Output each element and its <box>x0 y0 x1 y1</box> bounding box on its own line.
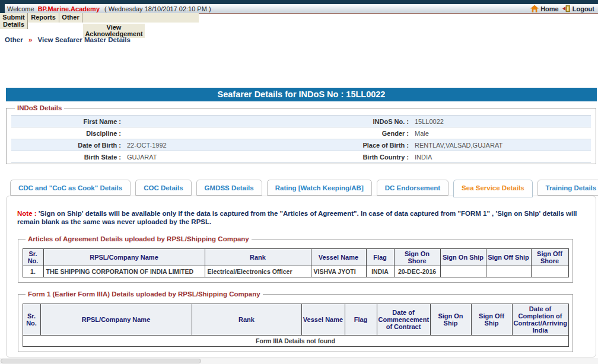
table-cell: THE SHIPPING CORPORATION OF INDIA LIMITE… <box>43 266 205 277</box>
field-label: Gender : <box>296 130 409 137</box>
table-row: Form IIIA Details not found <box>23 336 568 347</box>
column-header: Sign On Shore <box>394 249 440 266</box>
indos-details-rows: First Name :INDoS No. :15LL0022Disciplin… <box>11 115 591 163</box>
breadcrumb: Other » View Seafarer Master Details <box>5 36 131 43</box>
field-label: INDoS No. : <box>296 118 409 125</box>
table-header-row: Sr. No.RPSL/Company NameRankVessel NameF… <box>23 249 568 266</box>
menu-item-reports[interactable]: Reports <box>28 13 59 23</box>
field-value: GUJARAT <box>121 154 296 161</box>
form1-table: Sr. No.RPSL/Company NameRankVessel NameF… <box>23 304 569 347</box>
field-label: Birth Country : <box>296 154 409 161</box>
column-header: Vessel Name <box>311 249 366 266</box>
tab-gmdss-details[interactable]: GMDSS Details <box>196 180 262 196</box>
table-cell: INDIA <box>366 266 394 277</box>
logout-label: Logout <box>572 5 594 12</box>
indos-row: Birth State :GUJARATBirth Country :INDIA <box>11 151 591 163</box>
banner-fragment <box>0 4 5 14</box>
breadcrumb-page: View Seafarer Master Details <box>37 36 130 43</box>
indos-row: Date of Birth :22-OCT-1992Place of Birth… <box>11 139 591 151</box>
table-cell: Electrical/Electronics Officer <box>205 266 311 277</box>
tab-dc-endorsement[interactable]: DC Endorsement <box>377 180 448 196</box>
column-header: Flag <box>366 249 394 266</box>
username: BP.Marine.Academy <box>38 5 100 12</box>
field-value: INDIA <box>409 154 591 161</box>
menu-item-other[interactable]: Other <box>59 13 82 23</box>
table-cell: 1. <box>23 266 43 277</box>
tab-sea-service-details[interactable]: Sea Service Details <box>453 180 533 197</box>
home-icon <box>530 5 539 12</box>
agreement-legend: Articles of Agreement Details uploaded b… <box>26 235 252 242</box>
page-title: Seafarer Details for INDoS No : 15LL0022 <box>6 88 597 101</box>
column-header: Vessel Name <box>301 304 345 336</box>
agreement-fieldset: Articles of Agreement Details uploaded b… <box>18 235 573 283</box>
top-banner-strip <box>0 0 598 4</box>
indos-row: Discipline :Gender :Male <box>11 127 591 139</box>
note-body: 'Sign on Ship' details will be available… <box>17 210 577 225</box>
column-header: Flag <box>345 304 377 336</box>
menu-item-submit-details[interactable]: Submit Details <box>0 13 28 29</box>
indos-details-fieldset: INDoS Details First Name :INDoS No. :15L… <box>6 104 596 164</box>
column-header: Sign Off Shore <box>531 249 568 266</box>
column-header: Rank <box>205 249 311 266</box>
table-row: 1.THE SHIPPING CORPORATION OF INDIA LIMI… <box>23 266 568 277</box>
datetime: ( Wednesday 18/10/2017 02:10 PM ) <box>104 5 211 12</box>
horizontal-scrollbar-thumb[interactable] <box>1 359 201 363</box>
field-label: Place of Birth : <box>296 142 409 149</box>
tab-training-details[interactable]: Training Details <box>537 180 598 196</box>
note-text: Note : 'Sign on Ship' details will be av… <box>17 209 587 226</box>
field-value: 15LL0022 <box>409 118 591 125</box>
column-header: RPSL/Company Name <box>40 304 192 336</box>
table-cell <box>486 266 531 277</box>
indos-details-legend: INDoS Details <box>15 104 64 111</box>
breadcrumb-other[interactable]: Other <box>5 36 23 43</box>
table-cell: 20-DEC-2016 <box>394 266 440 277</box>
column-header: Sr. No. <box>23 249 43 266</box>
field-value: RENTLAV,VALSAD,GUJARAT <box>409 142 591 149</box>
horizontal-scrollbar <box>0 358 598 364</box>
field-label: Date of Birth : <box>11 142 121 149</box>
logout-link[interactable]: Logout <box>562 5 594 12</box>
column-header: Sr. No. <box>23 304 40 336</box>
tab-rating-watch-keeping-ab[interactable]: Rating [Watch Keeping/AB] <box>267 180 372 196</box>
column-header: Sign Off Ship <box>486 249 531 266</box>
field-label: Birth State : <box>11 154 121 161</box>
agreement-table: Sr. No.RPSL/Company NameRankVessel NameF… <box>23 248 569 277</box>
empty-message: Form IIIA Details not found <box>23 336 568 347</box>
note-label: Note : <box>17 210 37 217</box>
logout-icon <box>562 5 571 12</box>
breadcrumb-separator: » <box>28 36 32 43</box>
table-cell <box>440 266 486 277</box>
field-label: Discipline : <box>11 130 121 137</box>
field-label: First Name : <box>11 118 121 125</box>
tab-content-panel: Note : 'Sign on Ship' details will be av… <box>6 196 596 357</box>
field-value: Male <box>409 130 591 137</box>
column-header: Sign On Ship <box>440 249 486 266</box>
form1-legend: Form 1 (Earlier Form IIIA) Details uploa… <box>26 290 263 298</box>
tab-cdc-and-coc-as-cook-details[interactable]: CDC and "CoC as Cook" Details <box>10 180 131 196</box>
welcome-bar: Welcome BP.Marine.Academy ( Wednesday 18… <box>0 4 598 14</box>
column-header: Date of Completion of Contract/Arriving … <box>512 304 568 336</box>
welcome-label: Welcome <box>7 5 34 12</box>
indos-row: First Name :INDoS No. :15LL0022 <box>11 116 591 127</box>
table-header-row: Sr. No.RPSL/Company NameRankVessel NameF… <box>23 304 568 336</box>
column-header: Date of Commencement of Contract <box>377 304 430 336</box>
column-header: Sign On Ship <box>430 304 471 336</box>
column-header: RPSL/Company Name <box>43 249 205 266</box>
form1-fieldset: Form 1 (Earlier Form IIIA) Details uploa… <box>18 290 573 352</box>
column-header: Sign Off Ship <box>471 304 512 336</box>
table-cell <box>531 266 568 277</box>
column-header: Rank <box>192 304 301 336</box>
tab-coc-details[interactable]: COC Details <box>135 180 191 196</box>
field-value: 22-OCT-1992 <box>121 142 296 149</box>
home-label: Home <box>540 5 559 12</box>
tab-bar: CDC and "CoC as Cook" DetailsCOC Details… <box>6 180 597 197</box>
page: Welcome BP.Marine.Academy ( Wednesday 18… <box>0 0 598 364</box>
table-cell: VISHVA JYOTI <box>311 266 366 277</box>
home-link[interactable]: Home <box>530 5 559 12</box>
